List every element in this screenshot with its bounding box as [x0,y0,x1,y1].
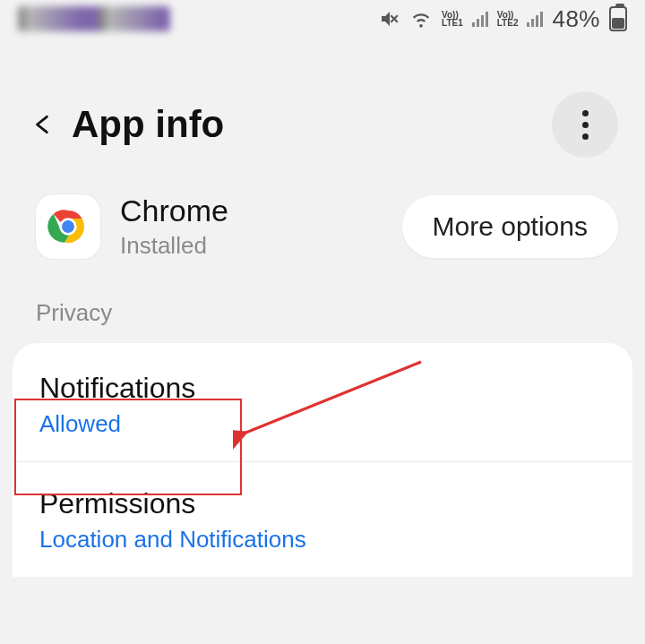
permissions-row[interactable]: Permissions Location and Notifications [13,462,632,577]
volte1-icon: Vo))LTE1 [442,11,463,27]
more-vert-icon [582,110,589,140]
status-right: Vo))LTE1 Vo))LTE2 48% [379,5,627,33]
back-button[interactable] [22,103,64,146]
notifications-title: Notifications [39,372,606,405]
status-bar: Vo))LTE1 Vo))LTE2 48% [0,0,645,38]
header: App info [0,38,645,193]
section-privacy-label: Privacy [0,287,645,343]
permissions-status: Location and Notifications [39,526,606,554]
app-name: Chrome [120,193,383,228]
wifi-icon [409,9,433,29]
status-left-blur [18,6,170,31]
page-title: App info [72,103,552,146]
svg-point-1 [62,220,74,233]
settings-card: Notifications Allowed Permissions Locati… [13,343,632,577]
chrome-icon [36,194,100,259]
chevron-left-icon [31,107,55,142]
permissions-title: Permissions [39,487,606,520]
app-install-status: Installed [120,232,383,260]
app-summary-row: Chrome Installed More options [0,193,645,287]
signal2-icon [527,11,543,27]
overflow-menu-button[interactable] [552,91,618,158]
more-options-button[interactable]: More options [402,195,618,258]
notifications-status: Allowed [39,410,606,438]
volte2-icon: Vo))LTE2 [497,11,519,27]
notifications-row[interactable]: Notifications Allowed [13,347,632,462]
signal1-icon [472,11,488,27]
mute-vibrate-icon [379,8,400,30]
battery-percent: 48% [552,5,600,33]
battery-icon [609,6,627,31]
